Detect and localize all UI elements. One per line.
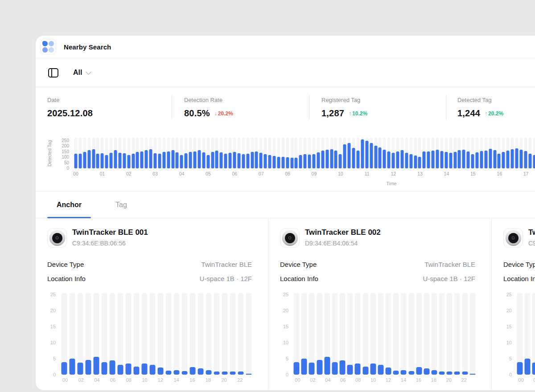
chart-bar-slot [93, 293, 99, 375]
arrow-up-icon: ↑ [485, 110, 487, 117]
chart-bar [379, 147, 382, 168]
chart-bar [498, 154, 501, 168]
chart-bar [125, 363, 131, 375]
chart-bar [182, 371, 188, 375]
x-tick-label: 15 [470, 171, 476, 176]
chart-bar-slot [382, 138, 387, 168]
chart-bar-slot [74, 138, 78, 168]
chart-bar-slot [365, 138, 369, 168]
tab-tag[interactable]: Tag [106, 192, 136, 218]
x-tick-label: 02 [310, 377, 315, 383]
chart-bar-slot [457, 138, 461, 168]
chart-bar-slot [497, 138, 502, 168]
chart-bar [153, 153, 156, 168]
chart-bar [440, 151, 443, 168]
chart-bar [453, 152, 457, 168]
chart-bar [414, 155, 417, 168]
sidebar-toggle-icon[interactable] [48, 68, 58, 78]
x-tick-label: 01 [99, 171, 105, 176]
y-tick-label: 20 [50, 308, 56, 313]
stat-label: Date [47, 97, 172, 103]
chart-bar-slot [148, 138, 153, 168]
detected-tag-chart: Detected Tag 050100150200250 00010203040… [36, 129, 535, 192]
x-tick-label: 00 [62, 377, 68, 383]
chart-bar-slot [215, 138, 219, 168]
stat-detection-rate: Detection Rate 80.5% ↓ 20.2% [172, 87, 309, 129]
chart-bar-slot [281, 138, 285, 168]
stat-value: 1,287 [321, 108, 344, 118]
chart-bar-slot [87, 138, 91, 168]
chart-bar [83, 152, 86, 168]
chart-bar [313, 154, 316, 168]
chart-bar [519, 150, 523, 168]
field-label: Location Info [280, 275, 318, 282]
chart-bar-slot [206, 138, 210, 168]
chart-bar-slot [125, 293, 131, 375]
chart-bar-slot [321, 138, 325, 168]
y-axis-ticks: 0510152025 [47, 293, 56, 375]
chart-bar [370, 363, 376, 375]
tracker-device-icon [280, 228, 300, 248]
chart-bar-track [166, 293, 172, 375]
x-tick-label: 12 [391, 171, 396, 176]
chart-bar-slot [290, 138, 294, 168]
device-card[interactable]: TwinTracker BLE 002 D9:34:6E:B4:06:54 De… [268, 218, 491, 390]
y-tick-label: 200 [62, 143, 69, 148]
tab-anchor[interactable]: Anchor [47, 192, 91, 218]
x-tick-label: 00 [518, 377, 523, 383]
stat-registered-tag: Registered Tag 1,287 ↑ 10.2% [309, 87, 446, 129]
chart-bar-slot [432, 293, 437, 375]
chart-bar-slot [162, 138, 166, 168]
device-field-row: Device TypeTwinTracker BLE [280, 260, 475, 268]
chart-bar-slot [334, 138, 338, 168]
chart-bar-slot [453, 138, 457, 168]
chart-bar [141, 363, 147, 375]
chart-bar-slot [329, 138, 334, 168]
chart-bar [110, 153, 113, 168]
x-tick-label: 08 [285, 171, 290, 176]
chart-bar [246, 154, 249, 168]
chart-bar-track [190, 293, 196, 375]
chevron-down-icon [86, 69, 92, 75]
chart-bar [416, 367, 422, 375]
chart-bar [237, 153, 240, 168]
field-value: TwinTracker BLE [424, 261, 475, 268]
chart-bar-slot [91, 138, 96, 168]
chart-bar-slot [246, 293, 252, 375]
chart-bar-track [157, 293, 163, 375]
chart-bar-slot [449, 138, 453, 168]
filter-dropdown[interactable]: All [73, 69, 91, 77]
chart-bar-slot [447, 293, 452, 375]
device-field-row: Device TypeTwinTracker BLE [503, 260, 535, 268]
chart-bar-slot [272, 138, 276, 168]
app-window: Nearby Search All Date 2025.12.08 Detect… [36, 36, 535, 390]
device-card[interactable]: TwinTracker BLE 001 C9:34:6E:BB:06:56 De… [36, 218, 268, 390]
chart-bar-slot [197, 138, 202, 168]
chart-bar-slot [439, 293, 444, 375]
chart-bar-slot [100, 138, 104, 168]
chart-bar-track [238, 293, 244, 375]
chart-bar-slot [298, 138, 303, 168]
chart-bar [87, 150, 91, 168]
y-tick-label: 25 [50, 292, 56, 297]
chart-bar [405, 153, 408, 168]
chart-bar [92, 149, 95, 168]
x-tick-label: 08 [126, 377, 131, 383]
device-fields: Device TypeTwinTracker BLELocation InfoU… [280, 260, 475, 282]
chart-bar [202, 152, 205, 168]
chart-bar [133, 367, 139, 375]
chart-bar [418, 157, 421, 168]
chart-bar-slot [393, 293, 399, 375]
chart-bar-slot [210, 138, 215, 168]
x-tick-label: 04 [94, 377, 99, 383]
chart-bar-track [439, 293, 445, 375]
device-mac-address: D9:34:6E:B4:06:54 [305, 240, 381, 247]
chart-bar [93, 357, 99, 375]
chart-bar [447, 372, 453, 375]
chart-bar-track [362, 293, 368, 375]
chart-bar [317, 360, 322, 375]
chart-bar [396, 151, 399, 168]
y-tick-label: 25 [283, 292, 288, 297]
device-card[interactable]: TwinTracker BLE 003 C9:34:6E:BB:06:58 De… [491, 218, 535, 390]
chart-bar-track [133, 293, 139, 375]
